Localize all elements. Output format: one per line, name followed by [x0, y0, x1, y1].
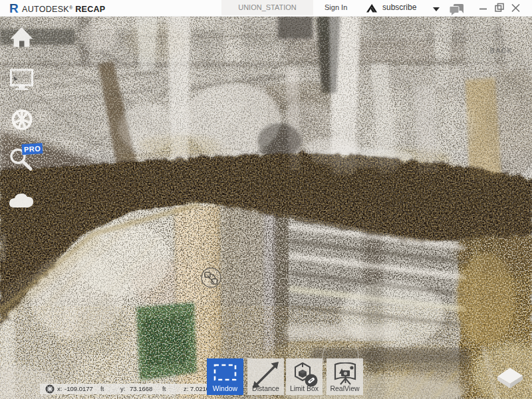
svg-text:PRO: PRO	[23, 144, 41, 154]
svg-text:BACK: BACK	[490, 47, 513, 55]
svg-text:Window: Window	[416, 337, 447, 347]
svg-text:R: R	[9, 2, 19, 14]
